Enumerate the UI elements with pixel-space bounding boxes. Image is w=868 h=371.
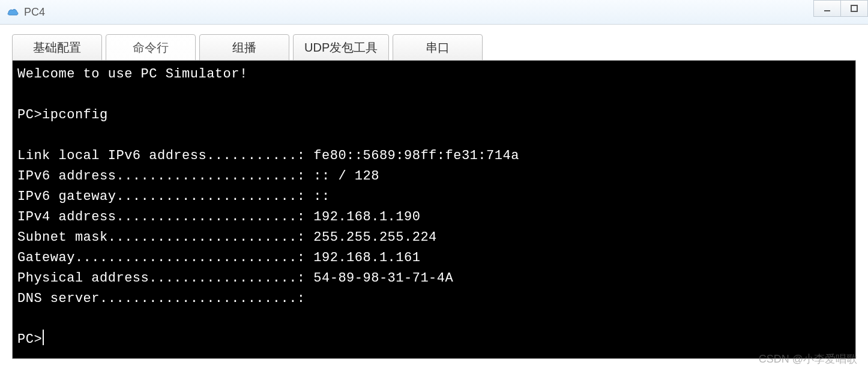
line-ipv4-address: IPv4 address......................: 192.… xyxy=(17,210,420,225)
tab-basic-config[interactable]: 基础配置 xyxy=(12,34,102,61)
window-title: PC4 xyxy=(24,6,45,19)
window-controls xyxy=(814,0,868,24)
app-window: PC4 基础配置 命令行 组播 UDP发包工具 串口 Welcome to us… xyxy=(0,0,868,371)
tab-udp-tool[interactable]: UDP发包工具 xyxy=(293,34,389,61)
tab-label: 组播 xyxy=(232,40,256,56)
terminal-prompt: PC> xyxy=(17,332,42,347)
cursor-icon xyxy=(43,330,44,345)
line-ipv6-address: IPv6 address......................: :: /… xyxy=(17,169,379,184)
titlebar: PC4 xyxy=(0,0,868,25)
tab-label: 基础配置 xyxy=(33,40,81,56)
terminal-welcome: Welcome to use PC Simulator! xyxy=(17,67,248,82)
svg-rect-1 xyxy=(851,5,857,11)
tab-serial[interactable]: 串口 xyxy=(393,34,483,61)
tab-label: UDP发包工具 xyxy=(304,40,378,56)
line-link-local-ipv6: Link local IPv6 address...........: fe80… xyxy=(17,148,519,163)
tab-label: 命令行 xyxy=(133,40,169,56)
minimize-button[interactable] xyxy=(813,0,841,17)
terminal-command: ipconfig xyxy=(42,107,108,122)
line-subnet-mask: Subnet mask.......................: 255.… xyxy=(17,230,437,245)
tab-command-line[interactable]: 命令行 xyxy=(106,34,196,61)
svg-rect-0 xyxy=(824,10,830,11)
tab-label: 串口 xyxy=(426,40,450,56)
content-area: 基础配置 命令行 组播 UDP发包工具 串口 Welcome to use PC… xyxy=(0,25,868,359)
terminal-output[interactable]: Welcome to use PC Simulator! PC>ipconfig… xyxy=(12,60,856,359)
line-gateway: Gateway...........................: 192.… xyxy=(17,250,420,265)
maximize-button[interactable] xyxy=(840,0,868,17)
app-icon xyxy=(5,5,19,19)
tab-bar: 基础配置 命令行 组播 UDP发包工具 串口 xyxy=(12,34,856,61)
tab-multicast[interactable]: 组播 xyxy=(199,34,289,61)
line-physical-address: Physical address..................: 54-8… xyxy=(17,271,453,286)
line-ipv6-gateway: IPv6 gateway......................: :: xyxy=(17,189,330,204)
line-dns-server: DNS server........................: xyxy=(17,291,306,306)
terminal-prompt: PC> xyxy=(17,107,42,122)
